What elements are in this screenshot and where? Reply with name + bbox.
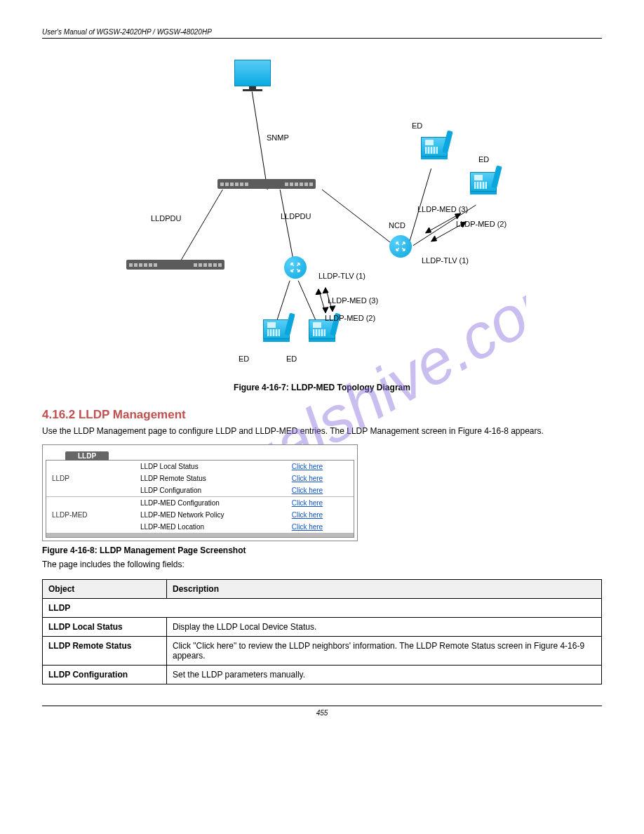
diagram-label: NCD — [389, 221, 405, 230]
mgmt-row-label: LLDP Remote Status — [135, 472, 286, 484]
switch-icon — [126, 260, 224, 270]
diagram-label: ED — [239, 355, 249, 363]
svg-line-1 — [252, 91, 267, 190]
table-header: Object — [43, 580, 167, 599]
diagram-label: LLDPDU — [151, 214, 181, 223]
mgmt-category: LLDP-MED — [46, 497, 135, 534]
phone-icon — [263, 319, 288, 348]
svg-marker-11 — [323, 307, 328, 313]
switch-icon — [217, 179, 316, 189]
phone-icon — [470, 172, 495, 200]
field-description-table: Object Description LLDP LLDP Local Statu… — [42, 579, 602, 684]
diagram-label: LLDP-TLV (1) — [422, 256, 469, 265]
diagram-label: LLDP-MED (2) — [456, 220, 507, 228]
svg-marker-13 — [323, 288, 328, 293]
svg-line-9 — [318, 289, 326, 313]
desc-intro: The page includes the following fields: — [42, 560, 602, 569]
diagram-label: ED — [478, 155, 489, 164]
diagram-label: ED — [286, 355, 297, 363]
link-lldp-med-location[interactable]: Click here — [292, 523, 323, 531]
svg-line-2 — [177, 190, 223, 268]
svg-marker-17 — [455, 213, 461, 219]
diagram-label: LLDP-MED (3) — [417, 205, 468, 213]
diagram-label: ED — [412, 121, 422, 130]
link-lldp-med-configuration[interactable]: Click here — [292, 499, 323, 507]
page-number: 455 — [42, 706, 602, 717]
figure-caption: Figure 4-16-7: LLDP-MED Topology Diagram — [42, 383, 602, 392]
table-desc: Click "Click here" to review the LLDP ne… — [167, 637, 602, 666]
svg-marker-10 — [316, 289, 321, 295]
table-desc: Set the LLDP parameters manually. — [167, 666, 602, 684]
phone-icon — [421, 137, 446, 165]
diagram-label: LLDP-TLV (1) — [318, 272, 365, 280]
table-group: LLDP — [43, 599, 602, 618]
section-heading: 4.16.2 LLDP Management — [42, 408, 602, 422]
svg-marker-16 — [426, 227, 431, 233]
lldp-management-screenshot: LLDP LLDP LLDP Local Status Click here L… — [42, 444, 358, 541]
tab-lldp[interactable]: LLDP — [65, 451, 109, 461]
mgmt-category: LLDP — [46, 461, 135, 497]
router-icon — [389, 235, 412, 258]
mgmt-row-label: LLDP-MED Network Policy — [135, 509, 286, 521]
diagram-label: SNMP — [267, 133, 289, 142]
monitor-icon — [232, 60, 274, 91]
table-field: LLDP Local Status — [43, 618, 167, 637]
router-icon — [284, 256, 307, 279]
table-header: Description — [167, 580, 602, 599]
mgmt-row-label: LLDP Local Status — [135, 461, 286, 472]
table-field: LLDP Configuration — [43, 666, 167, 684]
header-left: User's Manual of WGSW-24020HP / WGSW-480… — [42, 28, 212, 36]
svg-line-4 — [322, 190, 399, 249]
diagram-label: LLDP-MED (3) — [328, 296, 378, 305]
svg-marker-14 — [330, 306, 335, 312]
table-desc: Display the LLDP Local Device Status. — [167, 618, 602, 637]
phone-icon — [309, 319, 334, 348]
svg-line-3 — [280, 190, 294, 264]
figure-caption: Figure 4-16-8: LLDP Management Page Scre… — [42, 545, 602, 555]
lldp-med-topology-diagram: SNMP LLDPDU LLDPDU NCD LLDP-TLV (1) LLDP… — [42, 46, 602, 376]
mgmt-row-label: LLDP-MED Location — [135, 521, 286, 533]
mgmt-row-label: LLDP-MED Configuration — [135, 497, 286, 510]
link-lldp-med-network-policy[interactable]: Click here — [292, 511, 323, 519]
link-lldp-configuration[interactable]: Click here — [292, 486, 323, 494]
mgmt-row-label: LLDP Configuration — [135, 484, 286, 497]
diagram-label: LLDPDU — [281, 212, 311, 220]
diagram-label: LLDP-MED (2) — [325, 314, 375, 322]
link-lldp-remote-status[interactable]: Click here — [292, 475, 323, 482]
link-lldp-local-status[interactable]: Click here — [292, 463, 323, 470]
section-body: Use the LLDP Management page to configur… — [42, 426, 602, 436]
svg-marker-19 — [431, 236, 437, 241]
table-field: LLDP Remote Status — [43, 637, 167, 666]
